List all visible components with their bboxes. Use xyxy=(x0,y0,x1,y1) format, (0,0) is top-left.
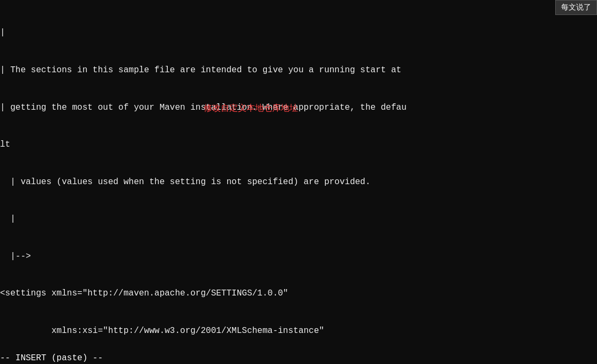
line-1: | xyxy=(0,27,597,39)
terminal-content: | | The sections in this sample file are… xyxy=(0,0,597,364)
line-4: lt xyxy=(0,139,597,151)
line-5: | values (values used when the setting i… xyxy=(0,176,597,188)
line-8: <settings xmlns="http://maven.apache.org… xyxy=(0,287,597,300)
line-7: |--> xyxy=(0,251,597,263)
top-right-button[interactable]: 每文说了 xyxy=(555,0,597,15)
line-6: | xyxy=(0,213,597,225)
line-2: | The sections in this sample file are i… xyxy=(0,64,597,77)
status-bar: -- INSERT (paste) -- xyxy=(0,352,597,364)
line-3: | getting the most out of your Maven ins… xyxy=(0,102,597,114)
line-9: xmlns:xsi="http://www.w3.org/2001/XMLSch… xyxy=(0,325,597,337)
terminal-window: 每文说了 | | The sections in this sample fil… xyxy=(0,0,597,364)
